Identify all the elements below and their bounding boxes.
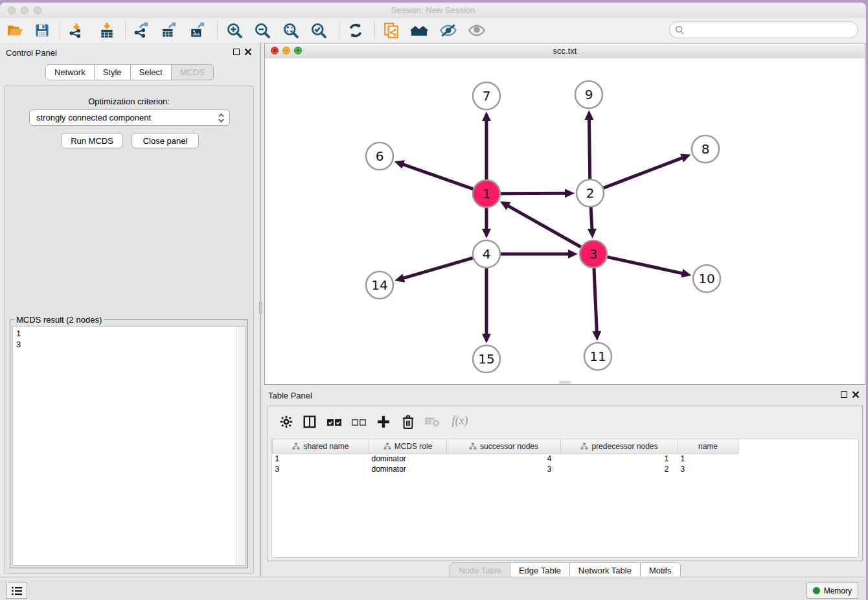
search-input[interactable] xyxy=(685,25,849,36)
refresh-layout-icon[interactable] xyxy=(347,21,365,40)
criterion-select[interactable]: strongly connected component xyxy=(29,110,230,126)
column-label: name xyxy=(698,442,718,451)
run-mcds-button[interactable]: Run MCDS xyxy=(61,133,123,148)
splitter-handle[interactable] xyxy=(259,302,262,314)
toolbar-separator xyxy=(374,21,375,40)
edge-arrowhead xyxy=(565,189,575,198)
tab-network[interactable]: Network xyxy=(45,64,95,80)
main-toolbar xyxy=(0,18,866,43)
column-label: predecessor nodes xyxy=(591,442,657,451)
table-row[interactable]: 1dominator411 xyxy=(273,454,738,465)
show-all-icon[interactable] xyxy=(468,21,486,40)
network-canvas[interactable]: 7968124314101511 xyxy=(265,58,865,382)
edge-arrowhead xyxy=(568,249,578,259)
deselect-all-icon[interactable] xyxy=(350,413,368,431)
edge-3-11[interactable] xyxy=(594,268,597,333)
table-cell[interactable]: 3 xyxy=(678,464,738,474)
export-network-icon[interactable] xyxy=(132,21,150,40)
home-icon[interactable] xyxy=(411,21,429,40)
table-row[interactable]: 3dominator323 xyxy=(273,464,738,474)
edge-3-10[interactable] xyxy=(607,257,683,274)
table-cell[interactable]: 4 xyxy=(447,454,561,465)
network-graph: 7968124314101511 xyxy=(265,58,865,382)
delete-icon[interactable] xyxy=(399,413,417,431)
node-label-14: 14 xyxy=(371,277,387,293)
node-label-8: 8 xyxy=(702,141,710,157)
table-cell[interactable]: dominator xyxy=(369,464,447,474)
tab-select[interactable]: Select xyxy=(131,64,172,80)
memory-button[interactable]: Memory xyxy=(806,583,858,599)
import-table-icon[interactable] xyxy=(98,21,116,40)
network-resize-handle[interactable] xyxy=(559,381,571,384)
delete-table-icon[interactable] xyxy=(423,413,441,431)
select-all-icon[interactable] xyxy=(325,413,343,431)
hide-selected-icon[interactable] xyxy=(439,21,457,40)
column-header-successor-nodes[interactable]: successor nodes xyxy=(447,439,561,454)
export-table-icon[interactable] xyxy=(160,21,178,40)
network-title: scc.txt xyxy=(265,46,865,56)
export-image-icon[interactable] xyxy=(188,21,207,40)
table-cell[interactable]: 1 xyxy=(273,454,369,465)
search-icon xyxy=(675,25,685,35)
tab-style[interactable]: Style xyxy=(95,64,131,80)
hierarchy-icon xyxy=(469,443,477,450)
edge-arrowhead xyxy=(394,273,405,282)
mcds-result-box: MCDS result (2 nodes) 1 3 xyxy=(10,319,248,568)
zoom-out-icon[interactable] xyxy=(253,21,271,40)
table-cell[interactable]: 2 xyxy=(561,464,678,474)
control-panel-header: Control Panel xyxy=(0,43,259,62)
edge-2-8[interactable] xyxy=(604,157,684,188)
zoom-fit-icon[interactable] xyxy=(282,21,300,40)
edge-3-1[interactable] xyxy=(507,205,580,248)
zoom-selected-icon[interactable] xyxy=(310,21,328,40)
open-session-icon[interactable] xyxy=(6,21,24,40)
window-title: Session: New Session xyxy=(0,5,866,15)
column-label: successor nodes xyxy=(480,442,538,451)
column-header-MCDS-role[interactable]: MCDS role xyxy=(369,439,447,454)
table-cell[interactable]: 3 xyxy=(447,464,561,474)
table-cell[interactable]: 3 xyxy=(273,464,369,474)
hierarchy-icon xyxy=(383,443,391,450)
column-layout-icon[interactable] xyxy=(301,413,319,431)
table-cell[interactable]: 1 xyxy=(561,454,678,465)
edge-1-2[interactable] xyxy=(501,193,567,194)
edge-arrowhead xyxy=(482,229,491,238)
close-table-panel-icon[interactable] xyxy=(852,391,860,398)
search-box[interactable] xyxy=(669,21,858,38)
clone-network-icon[interactable] xyxy=(382,21,400,40)
import-network-icon[interactable] xyxy=(67,21,86,40)
column-header-name[interactable]: name xyxy=(678,439,738,454)
edge-arrowhead xyxy=(585,110,594,120)
result-scrollbar[interactable] xyxy=(236,327,245,565)
close-panel-icon[interactable] xyxy=(244,48,252,56)
network-titlebar[interactable]: × − + scc.txt xyxy=(265,43,865,59)
toolbar-separator xyxy=(60,21,60,40)
float-table-panel-icon[interactable] xyxy=(841,391,847,398)
edge-2-3[interactable] xyxy=(591,207,592,231)
table-cell[interactable]: dominator xyxy=(369,454,447,465)
table-settings-icon[interactable] xyxy=(277,413,295,431)
node-table-area: shared nameMCDS rolesuccessor nodesprede… xyxy=(271,439,859,558)
mcds-result-area[interactable]: 1 3 xyxy=(12,326,246,566)
save-session-icon[interactable] xyxy=(33,21,51,40)
task-history-button[interactable] xyxy=(6,583,27,599)
float-panel-icon[interactable] xyxy=(233,49,240,55)
column-header-shared-name[interactable]: shared name xyxy=(273,439,369,454)
mcds-tab-content: Optimization criterion: strongly connect… xyxy=(4,86,254,574)
edge-4-14[interactable] xyxy=(402,258,473,279)
select-stepper-icon xyxy=(218,112,225,124)
column-header-predecessor-nodes[interactable]: predecessor nodes xyxy=(561,439,678,454)
tab-mcds[interactable]: MCDS xyxy=(172,64,214,80)
add-row-icon[interactable] xyxy=(374,413,393,431)
edge-arrowhead xyxy=(482,334,491,343)
node-label-1: 1 xyxy=(483,186,491,202)
apply-function-button[interactable]: f(x) xyxy=(447,411,473,430)
table-cell[interactable]: 1 xyxy=(678,454,738,465)
close-panel-button[interactable]: Close panel xyxy=(131,133,199,148)
edge-2-9[interactable] xyxy=(589,118,589,179)
edge-1-6[interactable] xyxy=(402,164,473,189)
zoom-in-icon[interactable] xyxy=(225,21,244,40)
memory-label: Memory xyxy=(824,586,852,595)
toolbar-separator xyxy=(125,21,126,40)
edge-arrowhead xyxy=(394,160,405,168)
